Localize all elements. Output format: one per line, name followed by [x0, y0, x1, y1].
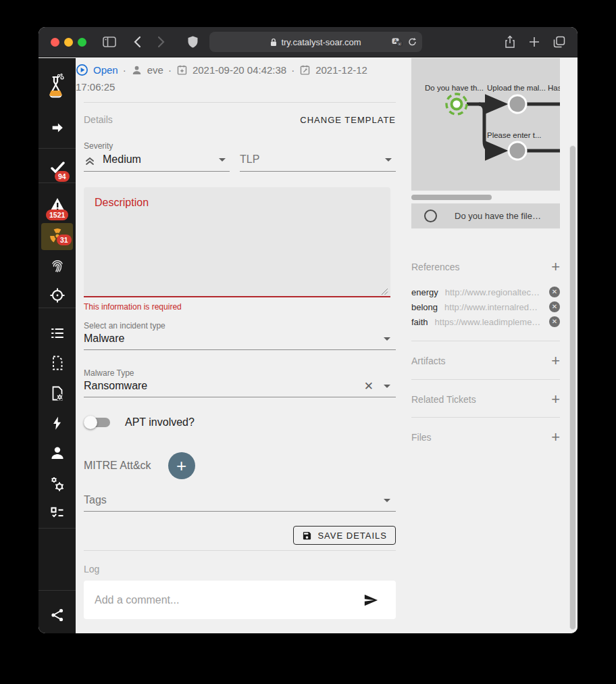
due-time: 17:06:25: [76, 78, 115, 95]
playbook-node-label: Do you have th...: [425, 84, 484, 92]
playbook-task-node[interactable]: [509, 142, 526, 160]
playbook-graph[interactable]: Do you have th... Upload the mal... Has.…: [411, 58, 560, 191]
comment-input[interactable]: [84, 594, 363, 606]
malware-type-label: Malware Type: [84, 368, 134, 378]
add-mitre-button[interactable]: +: [168, 452, 195, 479]
browser-toolbar: try.catalyst-soar.com Ax: [38, 27, 578, 57]
vertical-scrollbar[interactable]: [569, 145, 576, 630]
clear-icon[interactable]: ✕: [364, 379, 374, 393]
mitre-label: MITRE Att&ck: [84, 460, 151, 472]
assignee: eve: [147, 62, 163, 78]
save-details-label: SAVE DETAILS: [317, 531, 387, 541]
close-window-button[interactable]: [51, 38, 59, 47]
status-open-icon: [76, 64, 88, 76]
reference-link[interactable]: https://www.leadimpleme…: [435, 317, 549, 327]
sidebar-item-forward-icon[interactable]: [38, 120, 76, 135]
references-section-title: References: [411, 262, 460, 272]
meta-separator: ·: [123, 62, 126, 78]
malware-type-value: Ransomware: [84, 380, 147, 392]
log-section-title: Log: [84, 564, 99, 575]
lightning-bolt-icon[interactable]: [38, 415, 76, 431]
privacy-shield-icon[interactable]: [187, 35, 199, 49]
severity-value: Medium: [103, 153, 141, 166]
horizontal-scrollbar[interactable]: [411, 195, 492, 200]
remove-reference-icon[interactable]: ✕: [549, 287, 560, 297]
playbook-start-node[interactable]: [446, 94, 467, 114]
playbook-node-label: Upload the mal...: [487, 84, 546, 92]
files-section-title: Files: [411, 432, 432, 443]
back-icon[interactable]: [133, 36, 141, 48]
new-tab-icon[interactable]: [529, 36, 540, 47]
user-icon[interactable]: [38, 445, 76, 461]
playbook-task-node[interactable]: [509, 95, 526, 113]
tags-select[interactable]: Tags: [84, 493, 396, 512]
incident-type-value: Malware: [84, 333, 124, 345]
playbook-node-label: Please enter t...: [487, 131, 542, 139]
minimize-window-button[interactable]: [64, 38, 73, 47]
add-artifact-button[interactable]: +: [551, 355, 560, 367]
url-field[interactable]: try.catalyst-soar.com Ax: [209, 32, 422, 52]
severity-select[interactable]: Medium: [84, 152, 230, 172]
lock-icon: [270, 38, 277, 47]
list-icon[interactable]: [38, 325, 76, 341]
task-radio-icon[interactable]: [424, 210, 437, 222]
chevron-down-icon: [384, 499, 390, 502]
svg-text:x: x: [399, 41, 401, 45]
incident-type-select[interactable]: Malware: [84, 331, 396, 350]
tlp-select[interactable]: TLP: [240, 152, 396, 172]
reference-row: energy http://www.regionaltec… ✕: [411, 285, 560, 299]
tab-overview-icon[interactable]: [553, 36, 565, 48]
share-page-icon[interactable]: [505, 35, 515, 49]
browser-window: try.catalyst-soar.com Ax: [38, 27, 578, 633]
add-related-ticket-button[interactable]: +: [551, 393, 560, 406]
remove-reference-icon[interactable]: ✕: [549, 301, 560, 312]
chevron-down-icon: [384, 385, 390, 388]
reference-name: belong: [411, 302, 438, 312]
save-floppy-icon: [302, 531, 312, 541]
chevron-down-icon: [385, 158, 392, 162]
reference-link[interactable]: http://www.internalred…: [444, 302, 549, 312]
playbook-task-item[interactable]: Do you have the file…: [411, 203, 560, 228]
forward-icon[interactable]: [157, 36, 165, 48]
crosshair-icon[interactable]: [38, 287, 76, 303]
severity-label: Severity: [84, 141, 113, 151]
translate-icon[interactable]: Ax: [392, 38, 403, 47]
resize-handle[interactable]: [381, 288, 388, 295]
reference-link[interactable]: http://www.regionaltec…: [445, 287, 549, 297]
severity-medium-icon: [84, 155, 96, 167]
template-dashed-document-icon[interactable]: [38, 355, 76, 371]
add-reference-button[interactable]: +: [551, 261, 560, 273]
malware-type-select[interactable]: Ransomware ✕: [84, 378, 396, 397]
sidebar-toggle-icon[interactable]: [103, 36, 116, 48]
settings-gears-icon[interactable]: [38, 475, 76, 493]
related-tickets-section-title: Related Tickets: [411, 394, 476, 405]
description-error: This information is required: [84, 302, 182, 312]
remove-reference-icon[interactable]: ✕: [549, 316, 560, 327]
save-details-button[interactable]: SAVE DETAILS: [293, 526, 396, 545]
apt-toggle[interactable]: [86, 418, 110, 427]
share-icon[interactable]: [38, 607, 76, 623]
reference-row: belong http://www.internalred… ✕: [411, 300, 560, 314]
playbook-node-label: Has...: [548, 84, 560, 92]
status-badge[interactable]: Open: [93, 62, 118, 78]
add-file-button[interactable]: +: [551, 431, 560, 443]
details-section-title: Details: [84, 114, 113, 125]
description-textarea[interactable]: [84, 187, 390, 297]
chevron-down-icon: [384, 337, 390, 341]
created-at: 2021-09-20 04:42:38: [192, 62, 286, 78]
reference-name: faith: [411, 317, 428, 327]
document-gear-icon[interactable]: [38, 385, 76, 401]
artifacts-section-title: Artifacts: [411, 356, 446, 366]
app-sidebar: 94 1521 31: [38, 58, 76, 633]
due-date: 2021-12-12: [315, 62, 367, 78]
checklist-rules-icon[interactable]: [38, 505, 76, 521]
change-template-button[interactable]: CHANGE TEMPLATE: [300, 115, 396, 125]
reload-icon[interactable]: [408, 37, 417, 47]
catalyst-logo-flask-icon[interactable]: [38, 73, 76, 100]
zoom-window-button[interactable]: [78, 38, 86, 47]
send-icon[interactable]: [363, 593, 378, 608]
fingerprint-icon[interactable]: [38, 258, 76, 274]
page-content: Open · eve · 2021-09-20 04:42:38 · 2021-…: [76, 58, 578, 633]
task-label: Do you have the file…: [455, 211, 541, 221]
alerts-badge: 1521: [46, 210, 68, 220]
